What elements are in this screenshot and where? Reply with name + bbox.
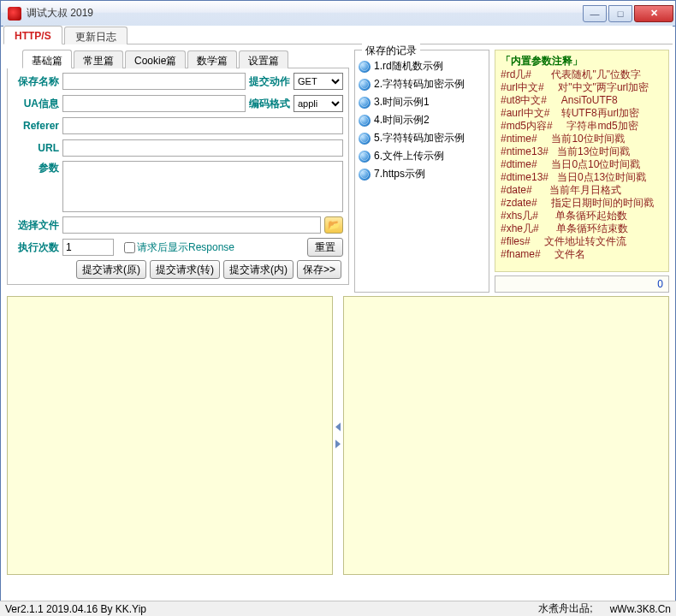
param-help-row: #ntime# 当前10位时间戳 (501, 133, 663, 145)
saved-record-label: 4.时间示例2 (374, 113, 430, 127)
referer-input[interactable] (62, 117, 343, 134)
param-help-row: #dtime13# 当日0点13位时间戳 (501, 171, 663, 184)
saved-record-item[interactable]: 4.时间示例2 (359, 111, 485, 129)
params-input[interactable] (62, 161, 343, 212)
submit-raw-button[interactable]: 提交请求(原) (76, 260, 146, 279)
param-help-title: 「内置参数注释」 (501, 54, 663, 68)
param-help-row: #url中文# 对"中文"两字url加密 (501, 81, 663, 94)
param-help-row: #zdate# 指定日期时间的时间戳 (501, 197, 663, 210)
status-version: Ver2.1.1 2019.04.16 By KK.Yip (5, 603, 146, 615)
output-left-pane[interactable] (7, 296, 333, 575)
globe-icon (359, 97, 371, 109)
saved-record-label: 3.时间示例1 (374, 95, 430, 110)
subtab-settings[interactable]: 设置篇 (239, 50, 288, 68)
reset-button[interactable]: 重置 (307, 238, 343, 257)
folder-icon: 📂 (328, 219, 341, 231)
window-title: 调试大叔 2019 (27, 6, 581, 21)
label-encoding: 编码格式 (246, 97, 294, 111)
saved-record-item[interactable]: 2.字符转码加密示例 (359, 75, 485, 93)
url-input[interactable] (62, 139, 343, 157)
param-help-row: #ut8中文# AnsiToUTF8 (501, 94, 663, 107)
ua-input[interactable] (62, 95, 246, 112)
status-brand: 水煮舟出品; (538, 601, 592, 616)
saved-records-panel: 保存的记录 1.rd随机数示例2.字符转码加密示例3.时间示例14.时间示例25… (354, 50, 489, 293)
saved-records-caption: 保存的记录 (362, 44, 420, 58)
param-help-row: #aurl中文# 转UTF8再url加密 (501, 107, 663, 120)
label-save-name: 保存名称 (13, 74, 62, 89)
param-help-row: #md5内容# 字符串md5加密 (501, 120, 663, 133)
label-ua: UA信息 (13, 97, 62, 111)
browse-file-button[interactable]: 📂 (324, 216, 343, 234)
subtab-const[interactable]: 常里篇 (74, 50, 123, 68)
sub-tabs: 基础篇 常里篇 Cookie篇 数学篇 设置篇 (22, 50, 349, 68)
param-help-row: #xhe几# 单条循环结束数 (501, 222, 663, 235)
show-response-checkbox[interactable] (124, 242, 135, 253)
counter-value: 0 (657, 278, 663, 290)
globe-icon (359, 133, 371, 145)
label-referer: Referer (13, 120, 62, 132)
param-help-row: #fname# 文件名 (501, 248, 663, 261)
maximize-button[interactable]: □ (608, 5, 632, 22)
exec-count-input[interactable] (62, 239, 114, 256)
save-name-input[interactable] (62, 73, 246, 90)
save-button[interactable]: 保存>> (297, 260, 341, 279)
pane-splitter[interactable] (335, 296, 341, 575)
saved-record-label: 5.字符转码加密示例 (374, 131, 465, 145)
param-help-row: #ntime13# 当前13位时间戳 (501, 145, 663, 158)
param-help-row: #files# 文件地址转文件流 (501, 235, 663, 248)
label-choose-file: 选择文件 (13, 218, 62, 233)
saved-record-item[interactable]: 7.https示例 (359, 165, 485, 183)
saved-record-item[interactable]: 6.文件上传示例 (359, 147, 485, 165)
subtab-math[interactable]: 数学篇 (187, 50, 237, 68)
globe-icon (359, 151, 371, 163)
status-site: wWw.3K8.Cn (610, 603, 671, 615)
top-tabs: HTTP/S 更新日志 (3, 26, 673, 44)
subtab-basic[interactable]: 基础篇 (22, 50, 72, 68)
param-help-panel: 「内置参数注释」 #rd几# 代表随机"几"位数字#url中文# 对"中文"两字… (495, 50, 669, 272)
saved-record-item[interactable]: 5.字符转码加密示例 (359, 129, 485, 147)
tab-http[interactable]: HTTP/S (3, 26, 62, 44)
tab-update-log[interactable]: 更新日志 (64, 27, 127, 44)
param-help-row: #rd几# 代表随机"几"位数字 (501, 68, 663, 81)
saved-record-item[interactable]: 1.rd随机数示例 (359, 57, 485, 75)
globe-icon (359, 115, 371, 127)
label-params: 参数 (13, 161, 62, 175)
status-bar: Ver2.1.1 2019.04.16 By KK.Yip 水煮舟出品; wWw… (0, 601, 676, 616)
submit-conv-button[interactable]: 提交请求(转) (150, 260, 220, 279)
saved-record-label: 7.https示例 (374, 167, 425, 181)
subtab-cookie[interactable]: Cookie篇 (125, 50, 186, 68)
label-submit-action: 提交动作 (246, 74, 294, 89)
globe-icon (359, 79, 371, 91)
globe-icon (359, 169, 371, 181)
saved-record-label: 1.rd随机数示例 (374, 59, 443, 74)
param-help-row: #xhs几# 单条循环起始数 (501, 210, 663, 222)
submit-inner-button[interactable]: 提交请求(内) (223, 260, 294, 279)
method-select[interactable]: GET (294, 73, 343, 90)
saved-record-label: 2.字符转码加密示例 (374, 77, 465, 92)
title-bar: 调试大叔 2019 — □ ✕ (1, 1, 675, 27)
counter-display: 0 (495, 275, 669, 293)
label-url: URL (13, 142, 62, 154)
arrow-left-icon (335, 423, 341, 431)
globe-icon (359, 61, 371, 73)
param-help-row: #date# 当前年月日格式 (501, 184, 663, 197)
close-button[interactable]: ✕ (634, 5, 673, 22)
output-right-pane[interactable] (343, 296, 669, 575)
file-path-input[interactable] (62, 216, 321, 234)
app-icon (8, 7, 21, 21)
saved-record-label: 6.文件上传示例 (374, 149, 444, 163)
param-help-row: #dtime# 当日0点10位时间戳 (501, 158, 663, 171)
minimize-button[interactable]: — (583, 5, 607, 22)
label-exec-count: 执行次数 (13, 240, 62, 255)
arrow-right-icon (335, 440, 341, 448)
label-show-response: 请求后显示Response (137, 240, 234, 255)
encoding-select[interactable]: appli (294, 95, 343, 112)
saved-record-item[interactable]: 3.时间示例1 (359, 93, 485, 111)
